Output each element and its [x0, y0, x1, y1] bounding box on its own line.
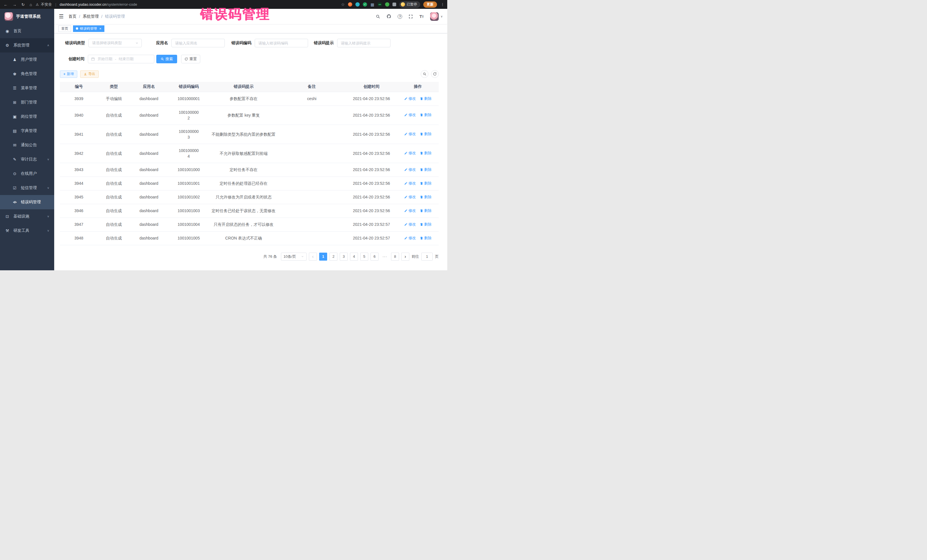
error-type-select[interactable]: 请选择错误码类型: [88, 39, 142, 47]
export-button[interactable]: 导出: [80, 70, 99, 78]
tab-home[interactable]: 首页: [58, 25, 71, 32]
edit-link[interactable]: 修改: [404, 181, 416, 186]
sidebar-item-dict-management[interactable]: ▤ 字典管理: [0, 124, 54, 138]
sidebar-item-menu-management[interactable]: ☰ 菜单管理: [0, 81, 54, 95]
search-button[interactable]: 搜索: [156, 55, 177, 63]
edit-link[interactable]: 修改: [404, 222, 416, 227]
sidebar-item-user-management[interactable]: ♟ 用户管理: [0, 52, 54, 67]
sidebar-item-dept-management[interactable]: ⊞ 部门管理: [0, 95, 54, 109]
delete-link[interactable]: 删除: [420, 150, 432, 156]
edit-link[interactable]: 修改: [404, 96, 416, 102]
table-row: 3947 自动生成 dashboard 1001001004 只有开启状态的任务…: [60, 217, 439, 231]
sidebar-toggle-icon[interactable]: ☰: [59, 13, 64, 20]
delete-link[interactable]: 删除: [420, 222, 432, 227]
breadcrumb-system[interactable]: 系统管理: [83, 14, 99, 19]
fullscreen-icon[interactable]: [409, 14, 413, 19]
cell-type: 自动生成: [98, 204, 130, 217]
sidebar-item-role-management[interactable]: ♚ 角色管理: [0, 67, 54, 81]
page-size-select[interactable]: 10条/页: [281, 253, 307, 261]
error-code-input[interactable]: [255, 39, 308, 47]
edit-pencil-icon: [404, 132, 407, 136]
error-msg-input[interactable]: [337, 39, 391, 47]
cell-created: 2021-04-20 23:52:57: [346, 231, 397, 245]
page-button-1[interactable]: 1: [319, 253, 327, 261]
add-button[interactable]: + 新增: [60, 70, 77, 78]
delete-link[interactable]: 删除: [420, 181, 432, 186]
sidebar-item-dev-tools[interactable]: ⚒ 研发工具 ∨: [0, 223, 54, 238]
extensions-puzzle-icon[interactable]: [392, 3, 396, 6]
page-button-6[interactable]: 6: [371, 253, 378, 261]
tab-error-code[interactable]: 错误码管理 ×: [73, 25, 104, 32]
edit-link[interactable]: 修改: [404, 208, 416, 214]
edit-link[interactable]: 修改: [404, 167, 416, 173]
sidebar-logo[interactable]: 芋道管理系统: [0, 9, 54, 24]
sidebar-item-audit-log[interactable]: ✎ 审计日志 ∨: [0, 152, 54, 167]
cell-message: 定时任务的处理器已经存在: [210, 176, 278, 190]
goto-page-input[interactable]: [421, 253, 433, 261]
sidebar-item-post-management[interactable]: ▣ 岗位管理: [0, 109, 54, 124]
table-row: 3948 自动生成 dashboard 1001001005 CRON 表达式不…: [60, 231, 439, 245]
help-icon[interactable]: ?: [398, 14, 402, 19]
github-icon[interactable]: [386, 14, 391, 19]
prev-page-button[interactable]: ‹: [309, 253, 317, 261]
extension-icon-orange[interactable]: [348, 2, 352, 6]
page-button-4[interactable]: 4: [350, 253, 358, 261]
page-button-2[interactable]: 2: [330, 253, 337, 261]
date-range-picker[interactable]: 开始日期 - 结束日期: [88, 55, 154, 63]
delete-link[interactable]: 删除: [420, 208, 432, 214]
home-icon[interactable]: ⌂: [30, 3, 32, 6]
page-button-5[interactable]: 5: [360, 253, 368, 261]
sidebar-item-notice-management[interactable]: ✉ 通知公告: [0, 138, 54, 152]
sidebar-item-sms-management[interactable]: ☑ 短信管理 ∨: [0, 181, 54, 195]
browser-menu-icon[interactable]: ⋮: [441, 2, 444, 6]
font-size-icon[interactable]: TT: [419, 14, 424, 19]
header-search-icon[interactable]: [375, 14, 380, 19]
bookmark-star-icon[interactable]: ☆: [341, 2, 345, 7]
profile-paused-chip[interactable]: 已暂停: [399, 2, 420, 8]
back-icon[interactable]: ←: [4, 3, 8, 6]
sidebar-item-home[interactable]: ◉ 首页: [0, 24, 54, 38]
extension-icon-on-badge[interactable]: on: [378, 2, 382, 6]
user-avatar-menu[interactable]: ∨: [430, 12, 443, 21]
edit-link[interactable]: 修改: [404, 194, 416, 200]
edit-pencil-icon: [404, 113, 407, 117]
column-header: 操作: [397, 82, 439, 92]
extension-icon-green-check[interactable]: ✓: [363, 2, 367, 6]
sidebar-item-system-management[interactable]: ⚙ 系统管理 ∧: [0, 38, 54, 52]
delete-link[interactable]: 删除: [420, 167, 432, 173]
cell-created: 2021-04-20 23:52:56: [346, 163, 397, 176]
extension-icon-teal[interactable]: [356, 2, 360, 6]
edit-link[interactable]: 修改: [404, 112, 416, 118]
delete-link[interactable]: 删除: [420, 131, 432, 137]
update-button[interactable]: 更新: [423, 2, 437, 8]
sidebar-item-online-users[interactable]: ⊙ 在线用户: [0, 167, 54, 181]
edit-pencil-icon: [404, 152, 407, 155]
edit-link[interactable]: 修改: [404, 150, 416, 156]
cell-id: 3945: [60, 190, 98, 204]
refresh-table-button[interactable]: [431, 70, 439, 78]
sidebar-item-infrastructure[interactable]: ⊡ 基础设施 ∨: [0, 209, 54, 223]
cell-code: 1001000004: [168, 144, 209, 163]
page-button-3[interactable]: 3: [340, 253, 348, 261]
close-tab-icon[interactable]: ×: [99, 27, 102, 30]
edit-link[interactable]: 修改: [404, 131, 416, 137]
delete-link[interactable]: 删除: [420, 112, 432, 118]
extension-icon-green[interactable]: [385, 2, 389, 6]
delete-link[interactable]: 删除: [420, 194, 432, 200]
page-button-8[interactable]: 8: [391, 253, 399, 261]
delete-link[interactable]: 删除: [420, 96, 432, 102]
cell-created: 2021-04-20 23:52:56: [346, 144, 397, 163]
column-header: 错误码提示: [210, 82, 278, 92]
address-bar[interactable]: ⚠ 不安全 | dashboard.yudao.iocoder.cn/syste…: [36, 2, 137, 7]
sidebar-item-error-code-management[interactable]: </> 错误码管理: [0, 195, 54, 209]
delete-link[interactable]: 删除: [420, 235, 432, 241]
reset-button[interactable]: 重置: [181, 55, 200, 63]
reload-icon[interactable]: ↻: [21, 3, 25, 6]
app-name-input[interactable]: [172, 39, 225, 47]
breadcrumb-home[interactable]: 首页: [68, 14, 76, 19]
extension-icon-grid[interactable]: ▦: [370, 2, 374, 6]
edit-link[interactable]: 修改: [404, 235, 416, 241]
next-page-button[interactable]: ›: [401, 253, 409, 261]
forward-icon[interactable]: →: [12, 3, 17, 6]
toggle-search-button[interactable]: [421, 70, 429, 78]
